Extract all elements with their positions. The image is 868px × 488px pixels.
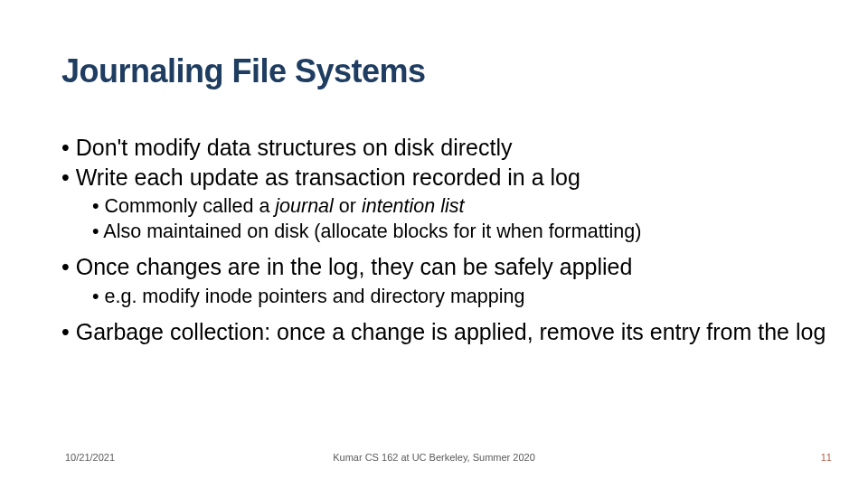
bullet-3-sublist: e.g. modify inode pointers and directory… [61, 285, 832, 310]
text: or [334, 195, 362, 217]
journal-term: journal [275, 195, 334, 217]
bullet-list: Don't modify data structures on disk dir… [61, 134, 832, 346]
bullet-4: Garbage collection: once a change is app… [61, 318, 832, 346]
slide-footer: 10/21/2021 Kumar CS 162 at UC Berkeley, … [0, 452, 868, 468]
bullet-2-sublist: Commonly called a journal or intention l… [61, 194, 832, 244]
slide: Journaling File Systems Don't modify dat… [0, 0, 868, 488]
text: Commonly called a [105, 195, 276, 217]
footer-page-number: 11 [821, 452, 832, 463]
bullet-3-sub-1: e.g. modify inode pointers and directory… [92, 285, 832, 310]
bullet-3: Once changes are in the log, they can be… [61, 253, 832, 281]
bullet-1: Don't modify data structures on disk dir… [61, 134, 832, 162]
footer-center: Kumar CS 162 at UC Berkeley, Summer 2020 [0, 452, 868, 463]
slide-title: Journaling File Systems [61, 52, 426, 90]
intention-list-term: intention list [362, 195, 465, 217]
bullet-2-sub-1: Commonly called a journal or intention l… [92, 194, 832, 220]
bullet-2-sub-2: Also maintained on disk (allocate blocks… [92, 220, 832, 245]
bullet-2: Write each update as transaction recorde… [61, 164, 832, 192]
slide-body: Don't modify data structures on disk dir… [61, 134, 832, 348]
